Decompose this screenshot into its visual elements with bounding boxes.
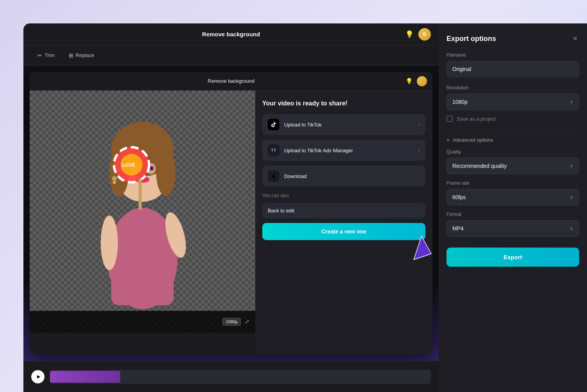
export-close-button[interactable]: ×: [571, 33, 579, 45]
resolution-badge: 1080p: [222, 318, 241, 326]
svg-rect-17: [139, 178, 142, 210]
tiktok-ads-button[interactable]: TT Upload to TikTok Ads Manager ›: [262, 140, 425, 161]
replace-button[interactable]: ⊞ Replace: [62, 50, 101, 61]
timeline-track: [50, 370, 431, 384]
format-value: MP4: [452, 225, 464, 232]
back-to-edit-button[interactable]: Back to edit: [262, 203, 425, 218]
outer-top-bar-icons: 💡 B: [405, 28, 431, 41]
tiktok-ads-icon: TT: [268, 144, 279, 156]
outer-top-bar: Remove background 💡 B: [23, 23, 439, 45]
video-controls-bar: 1080p ⤢: [30, 311, 255, 333]
download-button[interactable]: ⬇ Download: [262, 166, 425, 187]
close-icon: ×: [573, 34, 578, 43]
divider-1: [446, 130, 579, 131]
advanced-label: Advanced options: [453, 137, 493, 143]
play-button[interactable]: ▶: [31, 370, 44, 383]
framerate-select[interactable]: 60fps ∨: [446, 189, 579, 205]
svg-point-6: [156, 149, 176, 196]
person-figure: LOVE: [30, 91, 255, 333]
inner-lightbulb-icon: 💡: [406, 78, 413, 85]
quality-select[interactable]: Recommended quality ∨: [446, 158, 579, 174]
tiktok-ads-arrow-icon: ›: [418, 147, 420, 154]
resolution-label: Resolution: [446, 85, 579, 91]
app-window: Remove background 💡 B ✂ Trim ⊞ Replace R…: [0, 0, 587, 392]
export-header: Export options ×: [446, 33, 579, 45]
share-panel: Your video is ready to share! Upload to …: [255, 91, 432, 355]
resolution-value: 1080p: [452, 99, 468, 105]
share-title: Your video is ready to share!: [262, 100, 425, 107]
quality-value: Recommended quality: [452, 163, 507, 169]
filename-field: Original: [446, 61, 579, 77]
replace-label: Replace: [76, 52, 94, 58]
inner-title: Remove background: [208, 78, 254, 84]
timeline-clip[interactable]: [50, 371, 120, 383]
svg-point-21: [113, 181, 116, 184]
back-label: Back to edit: [268, 208, 294, 214]
export-panel: Export options × Filename Original Resol…: [439, 23, 587, 392]
avatar[interactable]: B: [418, 28, 431, 41]
inner-top-bar: Remove background 💡: [30, 72, 432, 91]
replace-icon: ⊞: [69, 52, 73, 59]
filename-label: Filename: [446, 52, 579, 58]
resolution-select[interactable]: 1080p ∨: [446, 94, 579, 110]
quality-chevron-icon: ∨: [570, 163, 573, 169]
svg-point-18: [101, 216, 118, 270]
save-project-checkbox[interactable]: [446, 116, 453, 122]
export-button[interactable]: Export: [446, 248, 579, 267]
trim-label: Trim: [44, 52, 55, 58]
svg-text:LOVE: LOVE: [122, 162, 135, 168]
format-chevron-icon: ∨: [570, 226, 573, 231]
inner-avatar: [417, 76, 427, 86]
quality-label: Quality: [446, 149, 579, 155]
download-icon: ⬇: [268, 170, 279, 182]
tiktok-arrow-icon: ›: [418, 121, 420, 128]
chevron-up-icon: ∧: [446, 137, 450, 143]
format-label: Format: [446, 212, 579, 217]
app-title: Remove background: [202, 31, 260, 37]
create-label: Create a new one: [321, 228, 366, 235]
video-area: LOVE 1080p ⤢: [30, 91, 255, 333]
export-title: Export options: [446, 35, 496, 43]
export-btn-label: Export: [503, 254, 522, 260]
tiktok-ads-label: Upload to TikTok Ads Manager: [284, 148, 413, 153]
svg-point-20: [112, 176, 117, 181]
save-project-row: Save as a project: [446, 112, 579, 126]
tiktok-icon: [268, 119, 279, 130]
person-svg: LOVE: [88, 110, 197, 313]
lightbulb-icon[interactable]: 💡: [405, 30, 414, 39]
filename-value: Original: [452, 66, 471, 72]
framerate-chevron-icon: ∨: [570, 194, 573, 200]
resolution-chevron-icon: ∨: [570, 99, 573, 105]
svg-rect-1: [111, 227, 174, 305]
create-new-button[interactable]: Create a new one: [262, 223, 425, 240]
also-label: You can also: [262, 193, 425, 198]
trim-icon: ✂: [37, 52, 42, 59]
svg-point-11: [150, 167, 153, 169]
inner-icons: 💡: [406, 76, 427, 86]
save-project-label: Save as a project: [457, 116, 496, 122]
inner-window: Remove background 💡: [30, 72, 432, 355]
trim-button[interactable]: ✂ Trim: [31, 50, 61, 61]
tiktok-label: Upload to TikTok: [284, 122, 413, 128]
editor-area: Remove background 💡: [23, 66, 439, 361]
download-label: Download: [284, 173, 420, 179]
framerate-label: Frame rate: [446, 180, 579, 186]
fullscreen-icon[interactable]: ⤢: [245, 318, 250, 325]
toolbar: ✂ Trim ⊞ Replace: [23, 45, 439, 66]
advanced-toggle[interactable]: ∧ Advanced options: [446, 134, 579, 146]
timeline-area: ▶: [23, 361, 439, 392]
format-select[interactable]: MP4 ∨: [446, 220, 579, 237]
framerate-value: 60fps: [452, 194, 466, 200]
tiktok-upload-button[interactable]: Upload to TikTok ›: [262, 114, 425, 135]
